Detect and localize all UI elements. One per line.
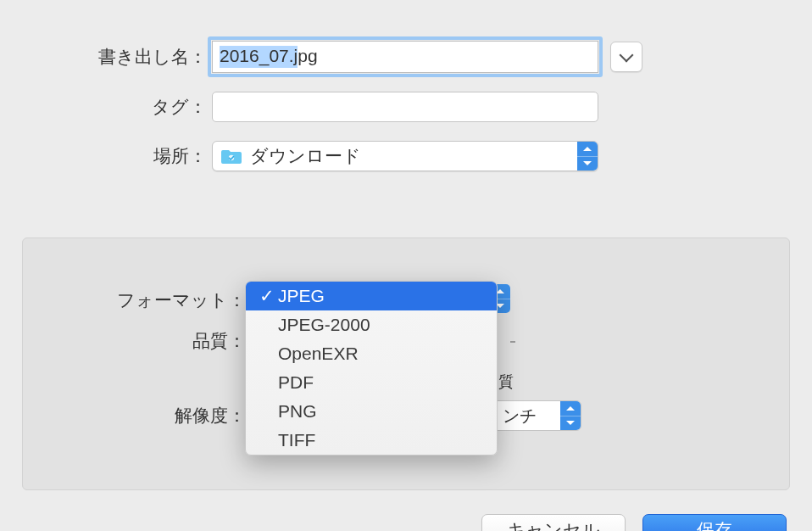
format-option-label: TIFF [278,430,315,450]
format-option-tiff[interactable]: TIFF [246,426,497,455]
location-value: ダウンロード [250,144,361,168]
export-dialog: 書き出し名： 2016_07.jpg タグ： 場所： [0,41,812,531]
filename-row: 書き出し名： 2016_07.jpg [0,41,812,73]
format-option-png[interactable]: PNG [246,397,497,426]
filename-input[interactable] [212,41,598,73]
quality-slider-peek [510,341,515,343]
dialog-footer: キャンセル 保存 [481,514,787,531]
tags-label: タグ： [0,95,212,119]
checkmark-icon: ✓ [258,286,276,306]
format-option-label: JPEG-2000 [278,315,370,335]
quality-caption-peek: 質 [498,372,514,392]
filename-label: 書き出し名： [0,45,212,69]
save-button[interactable]: 保存 [642,514,787,531]
resolution-label: 解像度： [51,404,246,428]
save-button-label: 保存 [697,518,732,531]
resolution-unit-popup[interactable]: ンチ [497,400,581,431]
cancel-button-label: キャンセル [507,518,600,531]
tags-row: タグ： [0,92,812,122]
format-option-label: PNG [278,401,317,422]
folder-icon [221,148,242,165]
filename-field[interactable]: 2016_07.jpg [212,41,598,73]
location-popup[interactable]: ダウンロード [212,141,598,171]
location-label: 場所： [0,144,212,168]
format-label: フォーマット： [51,288,246,312]
format-option-jpeg2000[interactable]: JPEG-2000 [246,310,497,339]
cancel-button[interactable]: キャンセル [481,514,626,531]
resolution-unit-peek: ンチ [503,405,537,428]
popup-arrows-icon [560,401,581,430]
format-option-label: PDF [278,372,314,393]
quality-label: 品質： [51,329,246,353]
location-row: 場所： ダウンロード [0,141,812,171]
tags-input[interactable] [212,92,598,122]
format-option-label: OpenEXR [278,344,359,364]
chevron-down-icon [620,48,634,63]
format-menu[interactable]: ✓ JPEG JPEG-2000 OpenEXR PDF PNG TIFF [245,281,498,456]
format-option-label: JPEG [278,286,325,306]
format-option-pdf[interactable]: PDF [246,368,497,397]
format-option-jpeg[interactable]: ✓ JPEG [246,282,497,310]
format-option-openexr[interactable]: OpenEXR [246,339,497,368]
popup-arrows-icon [577,142,598,170]
expand-save-panel-button[interactable] [610,42,642,72]
